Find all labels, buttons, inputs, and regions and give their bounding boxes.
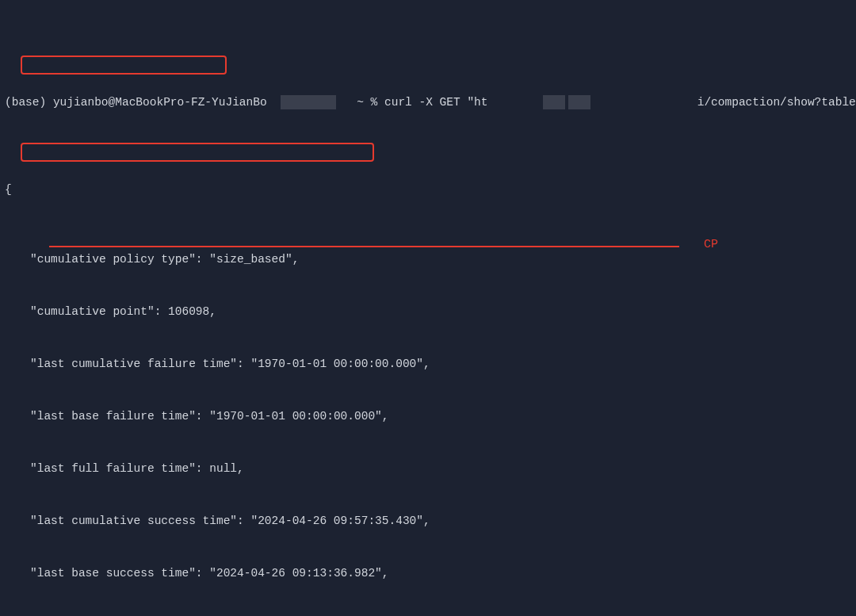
user-host: yujianbo@MacBookPro-FZ-YuJianBo (53, 96, 267, 109)
field-last-full-failure-time: "last full failure time": null, (5, 460, 851, 477)
redaction-mask (281, 95, 336, 109)
redaction-mask (568, 95, 590, 109)
field-cumulative-policy-type: "cumulative policy type": "size_based", (5, 251, 851, 268)
field-last-base-success-time: "last base success time": "2024-04-26 09… (5, 564, 851, 582)
field-last-cumulative-failure-time: "last cumulative failure time": "1970-01… (5, 355, 851, 373)
command-suffix: i/compaction/show?tablet_id=9025274"; (697, 96, 856, 109)
command-prefix: curl -X GET "ht (384, 96, 488, 109)
field-cumulative-point: "cumulative point": 106098, (5, 303, 851, 320)
prompt-line: (base) yujianbo@MacBookPro-FZ-YuJianBoBB… (5, 76, 851, 128)
path-sep: ~ % (350, 96, 377, 109)
highlight-cumulative-point (21, 55, 227, 75)
highlight-first-rowset-underline (49, 246, 679, 247)
field-last-cumulative-success-time: "last cumulative success time": "2024-04… (5, 512, 851, 530)
highlight-last-base-success-time (21, 143, 374, 162)
shell-env: (base) (5, 96, 46, 109)
terminal[interactable]: (base) yujianbo@MacBookPro-FZ-YuJianBoBB… (0, 0, 856, 616)
json-open-brace: { (5, 181, 851, 198)
redaction-mask (543, 95, 565, 109)
field-last-base-failure-time: "last base failure time": "1970-01-01 00… (5, 407, 851, 425)
